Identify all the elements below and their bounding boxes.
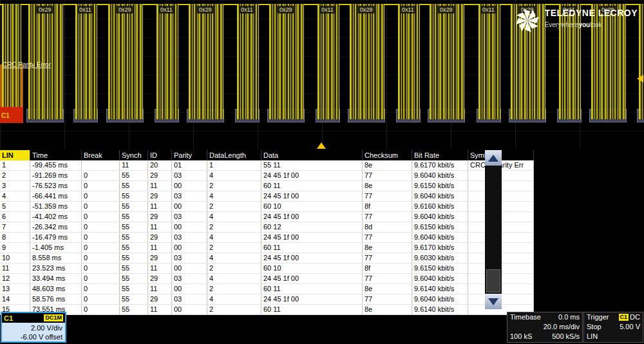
table-cell: 60 10: [261, 202, 363, 212]
table-cell: 2: [207, 222, 261, 233]
scroll-up-button[interactable]: [485, 150, 502, 166]
table-cell: 3: [0, 181, 30, 191]
table-cell: 4: [0, 191, 30, 202]
trigger-type: LIN: [587, 332, 598, 341]
table-cell: 9.6040 kbit/s: [412, 212, 468, 222]
channel-descriptor-c1[interactable]: C1 DC1M 2.00 V/div -6.00 V offset: [1, 312, 66, 343]
table-cell: 55: [120, 263, 148, 274]
table-cell: 77: [363, 253, 412, 263]
table-cell: 55: [120, 253, 148, 263]
table-cell: 6: [0, 212, 30, 222]
scroll-down-button[interactable]: [485, 294, 502, 309]
frame-id-label: 0x11: [319, 6, 336, 14]
table-cell: 9.6150 kbit/s: [412, 181, 468, 191]
sample-rate: 500 kS/s: [552, 332, 580, 341]
trigger-descriptor[interactable]: Trigger C1 DC Stop 5.00 V LIN: [583, 312, 643, 343]
table-cell: -66.441 ms: [30, 191, 82, 202]
lin-frame-burst: [108, 4, 143, 119]
trigger-coupling: DC: [630, 312, 640, 322]
timebase-label: Timebase: [510, 312, 541, 322]
trigger-mode: Stop: [587, 322, 601, 332]
timebase-descriptor[interactable]: Timebase 0.0 ms 20.0 ms/div 100 kS 500 k…: [507, 312, 583, 343]
table-cell: 60 11: [261, 243, 363, 253]
table-row[interactable]: 108.558 ms0552903424 45 1f 00779.6030 kb…: [0, 253, 534, 263]
column-header-data: Data: [261, 150, 363, 160]
table-cell: -26.342 ms: [30, 222, 82, 233]
table-cell: 0: [82, 294, 120, 305]
table-cell: 55: [120, 294, 148, 305]
brand-name: TELEDYNE LECROY: [545, 8, 638, 18]
table-cell: 03: [172, 274, 207, 284]
table-row[interactable]: 1573.551 ms0551100260 118e9.6140 kbit/s: [0, 305, 534, 315]
channel-c1-trace-marker: C1: [1, 112, 10, 119]
table-cell: 8e: [363, 243, 412, 253]
lin-frame-burst: [430, 4, 464, 119]
table-cell: 4: [207, 294, 261, 305]
trigger-label: Trigger: [587, 312, 609, 322]
brand-tagline: Everywhereyoulook: [545, 21, 602, 28]
lin-frame-burst: [639, 4, 644, 119]
scrollbar-thumb[interactable]: [486, 269, 500, 292]
table-cell: 29: [148, 274, 172, 284]
frame-id-label: 0x29: [197, 6, 214, 14]
table-cell: 55: [120, 191, 148, 202]
table-cell: 77: [363, 212, 412, 222]
table-row[interactable]: 1233.494 ms0552903424 45 1f 00779.6040 k…: [0, 274, 534, 284]
table-cell: 7: [0, 222, 30, 233]
table-cell: 11: [0, 263, 30, 274]
table-row[interactable]: 1348.603 ms0551100260 118e9.6140 kbit/s: [0, 284, 534, 294]
table-cell: 8f: [363, 263, 412, 274]
table-cell: -51.359 ms: [30, 202, 82, 212]
table-cell: 23.523 ms: [30, 263, 82, 274]
trigger-level-marker-icon[interactable]: [637, 75, 643, 82]
table-cell: 9.6040 kbit/s: [412, 171, 468, 181]
table-row[interactable]: 9-1.405 ms0551100260 118e9.6170 kbit/s: [0, 243, 534, 253]
arrow-down-icon: [488, 298, 498, 305]
frame-id-label: 0x29: [438, 6, 455, 14]
table-cell: 00: [172, 181, 207, 191]
table-scrollbar[interactable]: [485, 150, 502, 309]
table-cell: 24 45 1f 00: [261, 274, 363, 284]
table-cell: 0: [82, 212, 120, 222]
waveform-display[interactable]: 0x290x110x290x110x290x110x290x110x290x11…: [0, 0, 644, 149]
table-cell: 00: [172, 263, 207, 274]
table-cell: 60 11: [261, 305, 363, 315]
table-row[interactable]: 1458.576 ms0552903424 45 1f 00779.6040 k…: [0, 294, 534, 305]
table-row[interactable]: 4-66.441 ms0552903424 45 1f 00779.6040 k…: [0, 191, 534, 202]
trigger-time-marker-icon[interactable]: [317, 142, 326, 149]
table-cell: 9.6150 kbit/s: [412, 263, 468, 274]
table-row[interactable]: 8-16.479 ms0552903424 45 1f 00779.6040 k…: [0, 233, 534, 243]
channel-name: C1: [4, 314, 13, 322]
table-cell: 4: [207, 253, 261, 263]
table-cell: 13: [0, 284, 30, 294]
table-row[interactable]: 3-76.523 ms0551100260 118e9.6150 kbit/s: [0, 181, 534, 191]
table-row[interactable]: 2-91.269 ms0552903424 45 1f 00779.6040 k…: [0, 171, 534, 181]
table-row[interactable]: 5-51.359 ms0551100260 108f9.6160 kbit/s: [0, 202, 534, 212]
column-header-time: Time: [30, 150, 82, 160]
table-cell: 24 45 1f 00: [261, 253, 363, 263]
lin-frame-burst: [478, 4, 500, 119]
table-cell: 1: [0, 160, 30, 171]
table-cell: 9.6030 kbit/s: [412, 253, 468, 263]
table-cell: 9.6040 kbit/s: [412, 294, 468, 305]
table-cell: 03: [172, 212, 207, 222]
frame-id-label: 0x11: [400, 6, 416, 14]
column-header-lin: LIN: [0, 150, 30, 160]
table-row[interactable]: 1123.523 ms0551100260 108f9.6150 kbit/s: [0, 263, 534, 274]
table-cell: 55: [120, 284, 148, 294]
table-cell: -91.269 ms: [30, 171, 82, 181]
lin-frame-burst: [269, 4, 304, 119]
lin-decode-panel: LINTimeBreakSynchIDParityDataLengthDataC…: [0, 150, 502, 310]
table-cell: 24 45 1f 00: [261, 233, 363, 243]
lin-frame-burst: [237, 4, 259, 119]
table-row[interactable]: 6-41.402 ms0552903424 45 1f 00779.6040 k…: [0, 212, 534, 222]
table-row[interactable]: 7-26.342 ms0551100260 128d9.6150 kbit/s: [0, 222, 534, 233]
teledyne-lecroy-logo: TELEDYNE LECROY Everywhereyoulook: [515, 8, 638, 33]
table-cell: 0: [82, 284, 120, 294]
table-cell: 9.6040 kbit/s: [412, 191, 468, 202]
table-row[interactable]: 1-99.455 ms112001155 118e9.6170 kbit/sCR…: [0, 160, 534, 171]
table-cell: 9.6170 kbit/s: [412, 160, 468, 171]
scrollbar-track[interactable]: [485, 166, 502, 294]
table-cell: 55: [120, 222, 148, 233]
table-cell: 60 12: [261, 222, 363, 233]
